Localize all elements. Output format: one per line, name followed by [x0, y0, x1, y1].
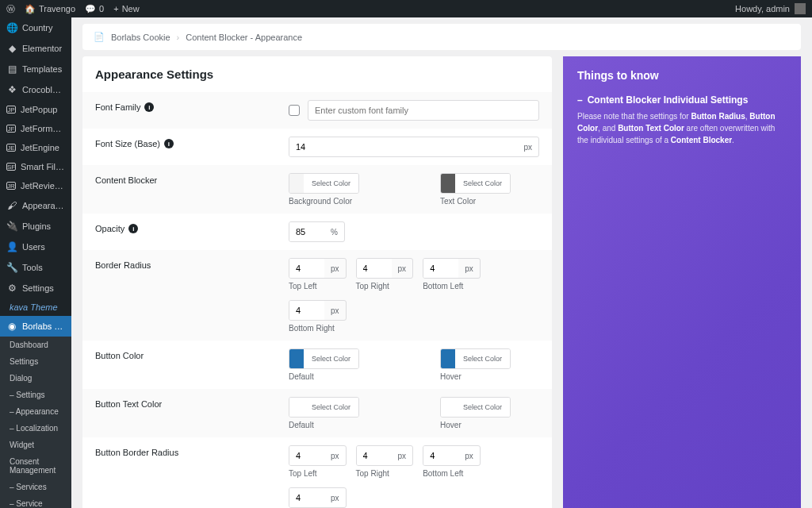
select-color-button[interactable]: Select Color — [455, 174, 510, 193]
menu-icon: 🖌 — [6, 200, 17, 211]
submenu-item[interactable]: Dialog — [0, 370, 71, 387]
menu-item[interactable]: 🔌Plugins — [0, 216, 71, 237]
admin-sidebar: 🌐Country◆Elementor▤Templates❖CrocoblockJ… — [0, 17, 71, 508]
side-text: Please note that the settings for Button… — [577, 110, 787, 146]
breadcrumb-current: Content Blocker - Appearance — [186, 33, 302, 42]
submenu-item[interactable]: Widget — [0, 437, 71, 453]
wp-logo[interactable]: ⓦ — [6, 3, 15, 15]
menu-item[interactable]: JPJetPopup — [0, 100, 71, 119]
select-color-button[interactable]: Select Color — [304, 398, 358, 417]
menu-item[interactable]: ❖Crocoblock — [0, 79, 71, 100]
menu-item[interactable]: 👤Users — [0, 237, 71, 257]
menu-icon: JP — [6, 106, 16, 114]
theme-link[interactable]: kava Theme — [0, 298, 71, 316]
menu-item-borlabs[interactable]: ◉Borlabs Cookie — [0, 316, 71, 337]
avatar[interactable] — [795, 3, 806, 14]
admin-topbar: ⓦ 🏠 Travengo 💬 0 + New Howdy, admin — [0, 0, 812, 17]
radius-input[interactable] — [289, 301, 324, 320]
menu-item[interactable]: 🔧Tools — [0, 257, 71, 278]
row-button-color: Button Color Select Color Default Select… — [95, 341, 539, 389]
button-text-hover-swatch[interactable] — [441, 398, 455, 417]
row-button-border-radius: Button Border Radius pxTop LeftpxTop Rig… — [95, 437, 539, 508]
info-icon[interactable]: i — [144, 102, 154, 112]
howdy-link[interactable]: Howdy, admin — [735, 4, 790, 13]
things-to-know-panel: Things to know –Content Blocker Individu… — [563, 56, 801, 508]
borlabs-icon: ◉ — [6, 321, 17, 332]
submenu-item[interactable]: Settings — [0, 353, 71, 370]
menu-icon: ❖ — [6, 84, 17, 95]
row-font-size: Font Size (Base)i px — [95, 129, 539, 165]
text-color-swatch[interactable] — [441, 174, 455, 193]
submenu-item[interactable]: – Services — [0, 479, 71, 495]
menu-item[interactable]: ⚙Settings — [0, 278, 71, 298]
comments-link[interactable]: 💬 0 — [85, 4, 104, 14]
radius-input[interactable] — [423, 446, 458, 465]
info-icon[interactable]: i — [164, 139, 174, 148]
font-size-input[interactable] — [289, 137, 324, 156]
menu-icon: JR — [6, 182, 16, 190]
menu-icon: JF — [6, 125, 16, 133]
radius-input[interactable] — [289, 259, 324, 278]
radius-input[interactable] — [423, 259, 458, 278]
submenu-item[interactable]: Consent Management — [0, 453, 71, 479]
submenu-item[interactable]: – Settings — [0, 387, 71, 403]
main-content: 📄 Borlabs Cookie › Content Blocker - App… — [71, 17, 812, 508]
breadcrumb: 📄 Borlabs Cookie › Content Blocker - App… — [82, 24, 801, 50]
font-family-checkbox[interactable] — [289, 105, 300, 116]
select-color-button[interactable]: Select Color — [304, 174, 358, 193]
breadcrumb-icon: 📄 — [94, 32, 105, 42]
menu-icon: JE — [6, 144, 16, 152]
button-color-swatch[interactable] — [289, 349, 304, 368]
radius-input[interactable] — [357, 259, 392, 278]
submenu-item[interactable]: – Localization — [0, 420, 71, 437]
appearance-panel: Appearance Settings Font Familyi Font Si… — [82, 56, 552, 508]
menu-icon: 🔧 — [6, 262, 17, 273]
row-font-family: Font Familyi — [82, 92, 552, 129]
bg-color-swatch[interactable] — [289, 174, 304, 193]
menu-item[interactable]: ▤Templates — [0, 59, 71, 79]
info-icon[interactable]: i — [128, 224, 138, 233]
row-opacity: Opacityi % — [95, 214, 539, 250]
menu-icon: ⚙ — [6, 283, 17, 294]
select-color-button[interactable]: Select Color — [304, 349, 358, 368]
menu-item[interactable]: JRJetReviews — [0, 176, 71, 195]
site-link[interactable]: 🏠 Travengo — [25, 4, 75, 14]
font-family-input[interactable] — [308, 100, 539, 121]
breadcrumb-root[interactable]: Borlabs Cookie — [111, 33, 170, 42]
radius-input[interactable] — [289, 488, 324, 507]
radius-input[interactable] — [357, 446, 392, 465]
menu-icon: 🌐 — [6, 22, 17, 33]
select-color-button[interactable]: Select Color — [455, 349, 510, 368]
menu-item[interactable]: ◆Elementor — [0, 38, 71, 59]
opacity-input[interactable] — [289, 222, 324, 241]
submenu-item[interactable]: – Service Groups — [0, 495, 71, 508]
menu-item[interactable]: 🌐Country — [0, 17, 71, 38]
row-button-text-color: Button Text Color Select Color Default S… — [82, 389, 552, 437]
menu-icon: 👤 — [6, 241, 17, 252]
menu-item[interactable]: SFSmart Filters — [0, 157, 71, 176]
new-link[interactable]: + New — [113, 4, 139, 13]
button-hover-swatch[interactable] — [441, 349, 455, 368]
menu-icon: ▤ — [6, 64, 17, 75]
menu-item[interactable]: JEJetEngine — [0, 138, 71, 157]
row-content-blocker: Content Blocker Select Color Background … — [82, 165, 552, 214]
chevron-right-icon: › — [177, 33, 180, 42]
minus-icon: – — [577, 94, 583, 106]
submenu-item[interactable]: – Appearance — [0, 403, 71, 420]
menu-icon: SF — [6, 163, 16, 171]
select-color-button[interactable]: Select Color — [455, 398, 510, 417]
panel-title: Appearance Settings — [95, 67, 539, 81]
menu-item[interactable]: 🖌Appearance — [0, 195, 71, 216]
menu-item[interactable]: JFJetFormBuilder — [0, 119, 71, 138]
side-title: Things to know — [577, 69, 787, 82]
row-border-radius: Border Radius pxTop LeftpxTop RightpxBot… — [82, 250, 552, 341]
radius-input[interactable] — [289, 446, 324, 465]
menu-icon: 🔌 — [6, 221, 17, 232]
menu-icon: ◆ — [6, 43, 17, 54]
submenu-item[interactable]: Dashboard — [0, 337, 71, 353]
button-text-swatch[interactable] — [289, 398, 304, 417]
